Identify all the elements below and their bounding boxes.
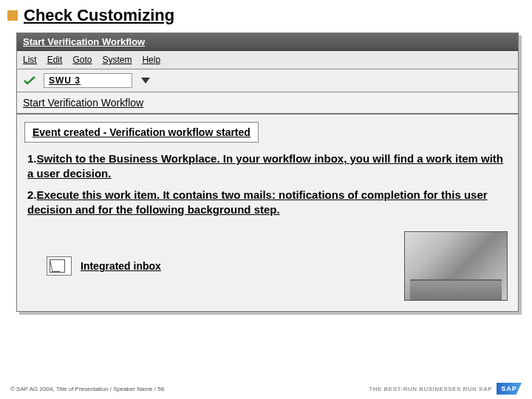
header-bullet-icon: [7, 10, 18, 21]
copyright-text: © SAP AG 2004, Title of Presentation / S…: [10, 386, 164, 392]
slide-title: Check Customizing: [24, 6, 174, 25]
tagline-text: THE BEST-RUN BUSINESSES RUN SAP: [369, 386, 492, 392]
toolbar: SWU 3: [17, 69, 518, 92]
inbox-label: Integrated inbox: [81, 260, 161, 272]
instruction-block: 1. Switch to the Business Workplace. In …: [17, 150, 518, 227]
dropdown-icon[interactable]: [140, 76, 151, 85]
instruction-step-1: 1. Switch to the Business Workplace. In …: [27, 151, 506, 180]
lower-row: Integrated inbox: [17, 227, 518, 305]
instruction-step-2: 2. Execute this work item. It contains t…: [27, 188, 506, 216]
svg-marker-0: [141, 78, 150, 83]
screen-subtitle: Start Verification Workflow: [17, 92, 518, 115]
slide-footer: © SAP AG 2004, Title of Presentation / S…: [0, 383, 532, 395]
inbox-icon: [47, 256, 72, 276]
menu-edit[interactable]: Edit: [47, 55, 63, 65]
status-message: Event created - Verification workflow st…: [24, 122, 259, 143]
application-window: Start Verification Workflow List Edit Go…: [16, 33, 519, 312]
transaction-code-field[interactable]: SWU 3: [44, 73, 132, 88]
menu-help[interactable]: Help: [142, 55, 160, 65]
menu-system[interactable]: System: [102, 55, 132, 65]
sap-logo: SAP: [497, 383, 522, 395]
footer-tagline: THE BEST-RUN BUSINESSES RUN SAP SAP: [369, 383, 522, 395]
menu-bar: List Edit Goto System Help: [17, 51, 518, 69]
footer-copyright: © SAP AG 2004, Title of Presentation / S…: [10, 386, 164, 392]
illustration-photo: [404, 231, 508, 301]
checkmark-icon[interactable]: [23, 75, 36, 86]
menu-goto[interactable]: Goto: [72, 55, 92, 65]
window-titlebar: Start Verification Workflow: [17, 33, 518, 51]
slide-header: Check Customizing: [0, 0, 532, 30]
menu-list[interactable]: List: [23, 55, 37, 65]
